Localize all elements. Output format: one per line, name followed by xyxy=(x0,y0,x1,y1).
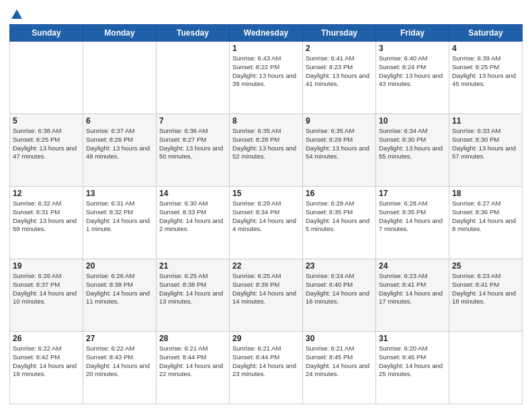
calendar-cell: 8Sunrise: 6:35 AMSunset: 8:28 PMDaylight… xyxy=(230,114,303,187)
calendar-cell: 19Sunrise: 6:26 AMSunset: 8:37 PMDayligh… xyxy=(10,259,83,332)
day-number: 31 xyxy=(379,334,446,343)
day-info: Sunrise: 6:38 AMSunset: 8:25 PMDaylight:… xyxy=(13,127,80,161)
day-info: Sunrise: 6:24 AMSunset: 8:40 PMDaylight:… xyxy=(306,272,373,306)
col-header-monday: Monday xyxy=(83,25,157,42)
day-number: 9 xyxy=(306,116,373,126)
calendar-cell: 22Sunrise: 6:25 AMSunset: 8:39 PMDayligh… xyxy=(230,259,303,332)
day-info: Sunrise: 6:31 AMSunset: 8:32 PMDaylight:… xyxy=(86,199,153,234)
calendar-cell xyxy=(157,42,230,114)
calendar-cell: 30Sunrise: 6:21 AMSunset: 8:45 PMDayligh… xyxy=(303,332,376,404)
calendar-cell xyxy=(83,42,157,114)
day-info: Sunrise: 6:41 AMSunset: 8:23 PMDaylight:… xyxy=(306,54,373,89)
col-header-thursday: Thursday xyxy=(303,25,376,42)
calendar-week-1: 1Sunrise: 6:43 AMSunset: 8:22 PMDaylight… xyxy=(10,42,523,114)
day-info: Sunrise: 6:32 AMSunset: 8:31 PMDaylight:… xyxy=(13,199,80,234)
calendar-cell: 29Sunrise: 6:21 AMSunset: 8:44 PMDayligh… xyxy=(230,332,303,404)
day-info: Sunrise: 6:22 AMSunset: 8:42 PMDaylight:… xyxy=(13,345,80,379)
day-info: Sunrise: 6:27 AMSunset: 8:36 PMDaylight:… xyxy=(452,199,519,234)
calendar-cell: 11Sunrise: 6:33 AMSunset: 8:30 PMDayligh… xyxy=(449,114,523,187)
col-header-saturday: Saturday xyxy=(449,25,523,42)
day-number: 19 xyxy=(13,261,80,271)
header xyxy=(9,8,523,19)
calendar-cell: 16Sunrise: 6:29 AMSunset: 8:35 PMDayligh… xyxy=(303,187,376,259)
calendar-cell: 4Sunrise: 6:39 AMSunset: 8:25 PMDaylight… xyxy=(449,42,523,114)
day-number: 8 xyxy=(232,116,300,126)
day-number: 30 xyxy=(306,334,373,343)
day-number: 29 xyxy=(232,334,300,343)
day-number: 5 xyxy=(13,116,80,126)
calendar-cell: 2Sunrise: 6:41 AMSunset: 8:23 PMDaylight… xyxy=(303,42,376,114)
calendar-cell: 20Sunrise: 6:26 AMSunset: 8:38 PMDayligh… xyxy=(83,259,157,332)
day-info: Sunrise: 6:35 AMSunset: 8:29 PMDaylight:… xyxy=(306,127,373,161)
day-info: Sunrise: 6:29 AMSunset: 8:35 PMDaylight:… xyxy=(306,199,373,234)
col-header-sunday: Sunday xyxy=(10,25,83,42)
col-header-tuesday: Tuesday xyxy=(157,25,230,42)
calendar-cell: 9Sunrise: 6:35 AMSunset: 8:29 PMDaylight… xyxy=(303,114,376,187)
calendar-cell: 17Sunrise: 6:28 AMSunset: 8:35 PMDayligh… xyxy=(376,187,449,259)
calendar-cell: 18Sunrise: 6:27 AMSunset: 8:36 PMDayligh… xyxy=(449,187,523,259)
calendar-cell: 27Sunrise: 6:22 AMSunset: 8:43 PMDayligh… xyxy=(83,332,157,404)
calendar-cell: 24Sunrise: 6:23 AMSunset: 8:41 PMDayligh… xyxy=(376,259,449,332)
day-number: 25 xyxy=(452,261,519,271)
day-number: 26 xyxy=(13,334,80,343)
day-info: Sunrise: 6:23 AMSunset: 8:41 PMDaylight:… xyxy=(452,272,519,306)
calendar-week-4: 19Sunrise: 6:26 AMSunset: 8:37 PMDayligh… xyxy=(10,259,523,332)
calendar-cell: 1Sunrise: 6:43 AMSunset: 8:22 PMDaylight… xyxy=(230,42,303,114)
day-info: Sunrise: 6:36 AMSunset: 8:27 PMDaylight:… xyxy=(159,127,226,161)
calendar-cell: 13Sunrise: 6:31 AMSunset: 8:32 PMDayligh… xyxy=(83,187,157,259)
day-info: Sunrise: 6:21 AMSunset: 8:44 PMDaylight:… xyxy=(232,345,300,379)
day-info: Sunrise: 6:33 AMSunset: 8:30 PMDaylight:… xyxy=(452,127,519,161)
col-header-wednesday: Wednesday xyxy=(230,25,303,42)
day-info: Sunrise: 6:26 AMSunset: 8:38 PMDaylight:… xyxy=(86,272,153,306)
day-number: 28 xyxy=(159,334,226,343)
calendar-cell xyxy=(449,332,523,404)
day-number: 11 xyxy=(452,116,519,126)
calendar-cell: 28Sunrise: 6:21 AMSunset: 8:44 PMDayligh… xyxy=(157,332,230,404)
day-info: Sunrise: 6:34 AMSunset: 8:30 PMDaylight:… xyxy=(379,127,446,161)
calendar-cell: 3Sunrise: 6:40 AMSunset: 8:24 PMDaylight… xyxy=(376,42,449,114)
calendar-header-row: SundayMondayTuesdayWednesdayThursdayFrid… xyxy=(10,25,523,42)
day-number: 7 xyxy=(159,116,226,126)
day-number: 14 xyxy=(159,189,226,198)
day-number: 12 xyxy=(13,189,80,198)
day-number: 15 xyxy=(232,189,300,198)
day-number: 21 xyxy=(159,261,226,271)
day-number: 27 xyxy=(86,334,153,343)
day-number: 24 xyxy=(379,261,446,271)
day-info: Sunrise: 6:39 AMSunset: 8:25 PMDaylight:… xyxy=(452,54,519,89)
day-info: Sunrise: 6:21 AMSunset: 8:44 PMDaylight:… xyxy=(159,345,226,379)
day-number: 6 xyxy=(86,116,153,126)
calendar-cell xyxy=(10,42,83,114)
calendar-cell: 25Sunrise: 6:23 AMSunset: 8:41 PMDayligh… xyxy=(449,259,523,332)
day-info: Sunrise: 6:25 AMSunset: 8:38 PMDaylight:… xyxy=(159,272,226,306)
calendar: SundayMondayTuesdayWednesdayThursdayFrid… xyxy=(9,24,523,404)
calendar-cell: 23Sunrise: 6:24 AMSunset: 8:40 PMDayligh… xyxy=(303,259,376,332)
day-number: 17 xyxy=(379,189,446,198)
day-number: 13 xyxy=(86,189,153,198)
logo-triangle-icon xyxy=(11,9,22,19)
day-info: Sunrise: 6:40 AMSunset: 8:24 PMDaylight:… xyxy=(379,54,446,89)
logo xyxy=(9,8,22,19)
day-info: Sunrise: 6:35 AMSunset: 8:28 PMDaylight:… xyxy=(232,127,300,161)
calendar-cell: 12Sunrise: 6:32 AMSunset: 8:31 PMDayligh… xyxy=(10,187,83,259)
day-number: 10 xyxy=(379,116,446,126)
day-info: Sunrise: 6:29 AMSunset: 8:34 PMDaylight:… xyxy=(232,199,300,234)
day-info: Sunrise: 6:26 AMSunset: 8:37 PMDaylight:… xyxy=(13,272,80,306)
day-number: 4 xyxy=(452,44,519,53)
day-info: Sunrise: 6:28 AMSunset: 8:35 PMDaylight:… xyxy=(379,199,446,234)
calendar-cell: 15Sunrise: 6:29 AMSunset: 8:34 PMDayligh… xyxy=(230,187,303,259)
day-info: Sunrise: 6:20 AMSunset: 8:46 PMDaylight:… xyxy=(379,345,446,379)
day-number: 2 xyxy=(306,44,373,53)
day-info: Sunrise: 6:37 AMSunset: 8:26 PMDaylight:… xyxy=(86,127,153,161)
day-info: Sunrise: 6:30 AMSunset: 8:33 PMDaylight:… xyxy=(159,199,226,234)
day-number: 23 xyxy=(306,261,373,271)
page: SundayMondayTuesdayWednesdayThursdayFrid… xyxy=(0,0,532,411)
day-number: 3 xyxy=(379,44,446,53)
calendar-cell: 21Sunrise: 6:25 AMSunset: 8:38 PMDayligh… xyxy=(157,259,230,332)
calendar-cell: 14Sunrise: 6:30 AMSunset: 8:33 PMDayligh… xyxy=(157,187,230,259)
day-info: Sunrise: 6:23 AMSunset: 8:41 PMDaylight:… xyxy=(379,272,446,306)
calendar-week-3: 12Sunrise: 6:32 AMSunset: 8:31 PMDayligh… xyxy=(10,187,523,259)
day-info: Sunrise: 6:43 AMSunset: 8:22 PMDaylight:… xyxy=(232,54,300,89)
day-number: 1 xyxy=(232,44,300,53)
calendar-cell: 10Sunrise: 6:34 AMSunset: 8:30 PMDayligh… xyxy=(376,114,449,187)
